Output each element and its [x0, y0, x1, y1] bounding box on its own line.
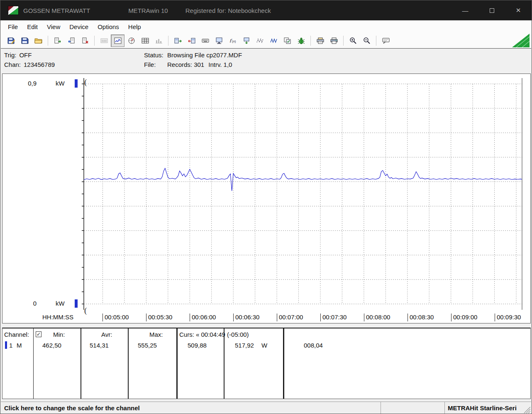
copy-settings-button[interactable]: [281, 34, 294, 47]
signal-dashed-icon: [256, 37, 264, 44]
signal-dashed-button[interactable]: [253, 34, 267, 47]
zoom-out-button[interactable]: [360, 34, 373, 47]
save-record-button[interactable]: [4, 34, 18, 47]
x-axis-tick-label: 00:06:00: [190, 314, 216, 321]
x-axis-tick-label: 00:08:00: [364, 314, 390, 321]
y-axis-min-label[interactable]: 0: [18, 300, 37, 307]
statusbar-device-text: METRAHit Starline-Seri: [448, 404, 517, 412]
svg-text:(: (: [84, 306, 87, 315]
statusbar-hint: Click here to change the scale for the c…: [1, 402, 381, 414]
x-axis-tick-label: 00:09:00: [451, 314, 477, 321]
live-mode-icon: [297, 37, 305, 44]
view-histogram-button[interactable]: [152, 34, 166, 47]
header-min: Min:: [53, 331, 65, 338]
menu-help[interactable]: Help: [124, 22, 146, 32]
x-axis-tick-label: 00:05:30: [146, 314, 172, 321]
value-min: 462,50: [42, 342, 61, 349]
menu-file[interactable]: File: [3, 22, 22, 32]
toolbar-separator: [168, 36, 168, 46]
x-axis-tick-label: 00:05:00: [102, 314, 129, 321]
app-name: GOSSEN METRAWATT: [23, 7, 90, 14]
data-table: Channel: ✓ Min: Avr: Max: Curs: « 00:04:…: [2, 328, 531, 399]
device-receive-icon: [188, 37, 196, 44]
export-data-button[interactable]: [51, 34, 64, 47]
menu-device[interactable]: Device: [65, 22, 93, 32]
annotation-icon: [382, 37, 390, 44]
menu-options[interactable]: Options: [93, 22, 124, 32]
x-axis-tick-label: 00:09:30: [495, 314, 521, 321]
view-table-icon: [141, 37, 149, 44]
app-window: GOSSEN METRAWATT METRAwin 10 Registered …: [0, 0, 532, 414]
menu-edit[interactable]: Edit: [22, 22, 42, 32]
formula-button[interactable]: [226, 34, 239, 47]
print-button[interactable]: [327, 34, 341, 47]
device-receive-button[interactable]: [185, 34, 198, 47]
annotation-button[interactable]: [379, 34, 393, 47]
toolbar-separator: [343, 36, 344, 46]
device-program-icon: [201, 37, 210, 44]
menu-view[interactable]: View: [42, 22, 65, 32]
column-divider: [33, 328, 34, 399]
zoom-out-icon: [363, 37, 371, 44]
channel-mode[interactable]: M: [17, 342, 22, 349]
view-analog-meter-icon: [127, 37, 136, 44]
close-icon: ✕: [516, 7, 521, 14]
file-label: File:: [144, 61, 167, 68]
signal-solid-button[interactable]: [267, 34, 281, 47]
pc-transfer-button[interactable]: [212, 34, 226, 47]
channel-visible-checkbox[interactable]: ✓: [36, 331, 41, 337]
print-preview-button[interactable]: [313, 34, 327, 47]
close-file-button[interactable]: [78, 34, 92, 47]
channel-id[interactable]: 1: [9, 342, 12, 349]
import-data-button[interactable]: [64, 34, 78, 47]
import-data-icon: [67, 37, 76, 44]
toolbar-corner-triangle: [512, 34, 530, 47]
device-program-button[interactable]: [198, 34, 212, 47]
device-send-button[interactable]: [171, 34, 185, 47]
window-title: METRAwin 10: [128, 7, 168, 14]
save-record-icon: [7, 37, 15, 44]
device-memory-button[interactable]: [239, 34, 253, 47]
resize-grip-icon[interactable]: [522, 405, 531, 414]
view-trend-chart-button[interactable]: [111, 34, 124, 47]
x-axis-tick-label: 00:07:00: [277, 314, 303, 321]
live-mode-button[interactable]: [294, 34, 308, 47]
view-numeric-button[interactable]: [97, 34, 111, 47]
file-records: Records: 301: [167, 61, 204, 68]
chan-label: Chan:: [4, 61, 21, 68]
signal-solid-icon: [270, 37, 278, 44]
view-trend-chart-icon: [114, 37, 122, 44]
copy-settings-icon: [283, 37, 292, 44]
close-button[interactable]: ✕: [505, 0, 532, 20]
print-icon: [330, 37, 338, 44]
column-divider: [128, 328, 129, 399]
toolbar-separator: [376, 36, 376, 46]
titlebar: GOSSEN METRAWATT METRAwin 10 Registered …: [0, 0, 532, 20]
minimize-button[interactable]: —: [452, 0, 478, 20]
zoom-in-button[interactable]: [346, 34, 360, 47]
y-axis-unit-bottom[interactable]: kW: [56, 300, 65, 307]
view-analog-meter-button[interactable]: [124, 34, 138, 47]
toolbar-separator: [48, 36, 48, 46]
value-avr: 514,31: [90, 342, 109, 349]
toolbar-separator: [94, 36, 95, 46]
pc-transfer-icon: [215, 37, 223, 44]
registered-text: Registered for: Notebookcheck: [185, 7, 271, 14]
y-axis-unit-top[interactable]: kW: [56, 80, 65, 87]
y-axis-max-label[interactable]: 0,9: [18, 80, 37, 87]
column-divider: [224, 328, 225, 399]
status-label: Status:: [144, 51, 167, 59]
value-delta: 008,04: [304, 342, 323, 349]
maximize-button[interactable]: [478, 0, 505, 20]
x-axis-tick-label: 00:07:30: [320, 314, 347, 321]
open-file-button[interactable]: [32, 34, 45, 47]
formula-icon: [229, 37, 237, 44]
minimize-icon: —: [462, 7, 469, 14]
save-file-button[interactable]: [18, 34, 32, 47]
file-interval: Intrv. 1,0: [208, 61, 232, 68]
view-histogram-icon: [155, 37, 163, 44]
zoom-in-icon: [349, 37, 357, 44]
power-trend-plot[interactable]: ((: [2, 74, 530, 323]
statusbar-hint-text: Click here to change the scale for the c…: [4, 404, 140, 412]
view-table-button[interactable]: [138, 34, 152, 47]
